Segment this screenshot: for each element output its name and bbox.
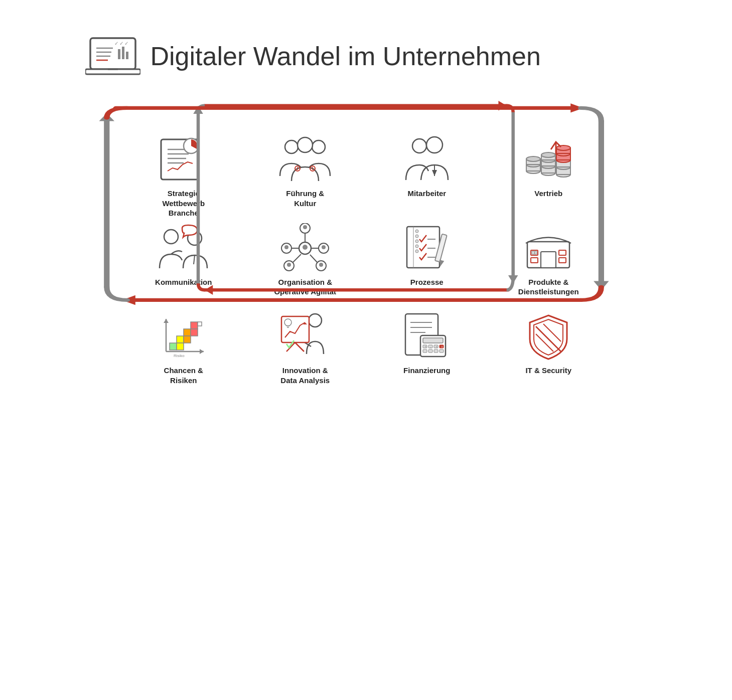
svg-rect-100 (191, 322, 198, 329)
svg-point-64 (284, 245, 288, 249)
svg-rect-101 (191, 329, 198, 336)
svg-point-68 (287, 263, 291, 267)
mitarbeiter-label: Mitarbeiter (407, 189, 446, 199)
item-it-security: IT & Security (490, 311, 607, 395)
item-strategie: StrategieWettbewerbBranche (125, 134, 242, 218)
svg-text:+: + (424, 345, 426, 348)
svg-point-110 (284, 319, 291, 326)
svg-point-60 (303, 245, 308, 250)
svg-point-74 (415, 235, 418, 238)
finanzierung-icon: + - × = (399, 311, 455, 362)
svg-marker-94 (164, 319, 169, 323)
header: ✓ ✓ ✓ Digitaler Wandel im Unternehmen (85, 34, 647, 79)
svg-point-30 (412, 139, 426, 153)
svg-rect-99 (184, 336, 191, 343)
innovation-label: Innovation &Data Analysis (280, 366, 330, 385)
organisation-label: Organisation &Operative Agilität (274, 277, 336, 297)
svg-point-75 (415, 240, 418, 243)
svg-point-38 (526, 156, 540, 161)
kommunikation-icon (156, 223, 211, 273)
svg-line-58 (194, 255, 195, 264)
grid-area: StrategieWettbewerbBranche (85, 94, 647, 440)
svg-rect-125 (434, 349, 438, 353)
svg-rect-84 (541, 252, 556, 268)
svg-rect-98 (184, 329, 191, 336)
item-fuehrung: Führung &Kultur (247, 134, 364, 218)
svg-marker-33 (432, 170, 437, 176)
svg-rect-123 (423, 349, 427, 353)
item-produkte: Produkte &Dienstleistungen (490, 223, 607, 307)
svg-rect-8 (118, 49, 120, 59)
it-security-icon (521, 311, 576, 362)
svg-line-108 (295, 342, 304, 352)
item-prozesse: Prozesse (369, 223, 486, 307)
main-container: ✓ ✓ ✓ Digitaler Wandel im Unternehmen (65, 24, 667, 676)
items-grid: StrategieWettbewerbBranche (85, 94, 647, 440)
svg-point-56 (164, 230, 178, 244)
svg-rect-0 (90, 38, 135, 69)
svg-point-104 (309, 314, 322, 327)
svg-rect-102 (198, 322, 202, 326)
svg-text:✓: ✓ (119, 41, 123, 46)
fuehrung-icon (277, 134, 333, 185)
produkte-label: Produkte &Dienstleistungen (518, 277, 579, 297)
svg-point-25 (298, 137, 313, 152)
svg-rect-9 (122, 47, 124, 59)
item-organisation: Organisation &Operative Agilität (247, 223, 364, 307)
svg-rect-87 (531, 258, 538, 263)
item-innovation: Innovation &Data Analysis (247, 311, 364, 395)
svg-point-62 (303, 225, 307, 229)
chancen-label: Chancen &Risiken (164, 366, 203, 385)
svg-point-76 (415, 245, 418, 248)
svg-point-45 (541, 152, 555, 157)
svg-rect-95 (170, 343, 177, 350)
svg-rect-124 (428, 349, 432, 353)
svg-point-24 (312, 140, 325, 153)
svg-point-66 (322, 245, 326, 249)
innovation-icon (277, 311, 333, 362)
svg-marker-93 (200, 349, 204, 354)
kommunikation-label: Kommunikation (155, 277, 212, 287)
item-finanzierung: + - × = Finanzierung (369, 311, 486, 395)
svg-rect-96 (177, 336, 184, 343)
chancen-icon: Risiko (156, 311, 211, 362)
svg-point-73 (415, 230, 418, 233)
svg-rect-71 (407, 227, 440, 268)
svg-point-31 (426, 137, 443, 153)
svg-rect-118 (423, 338, 443, 343)
laptop-icon: ✓ ✓ ✓ (85, 34, 140, 79)
svg-point-23 (285, 140, 298, 153)
prozesse-icon (399, 223, 455, 273)
fuehrung-label: Führung &Kultur (286, 189, 324, 208)
it-security-label: IT & Security (525, 366, 571, 376)
strategie-label: StrategieWettbewerbBranche (162, 189, 205, 218)
svg-rect-86 (559, 250, 566, 255)
svg-point-70 (319, 263, 323, 267)
produkte-icon (521, 223, 576, 273)
vertrieb-icon (521, 134, 576, 185)
svg-text:Risiko: Risiko (174, 354, 185, 358)
svg-rect-89 (532, 251, 534, 254)
svg-rect-90 (535, 251, 537, 254)
vertrieb-label: Vertrieb (534, 189, 562, 199)
svg-rect-126 (440, 349, 444, 353)
svg-point-54 (556, 145, 570, 150)
finanzierung-label: Finanzierung (403, 366, 450, 376)
svg-rect-10 (126, 52, 128, 59)
svg-rect-88 (559, 258, 566, 263)
svg-text:✓: ✓ (124, 41, 128, 46)
svg-text:=: = (441, 345, 443, 348)
item-chancen: Risiko Chancen &Risiken (125, 311, 242, 395)
svg-text:✓: ✓ (114, 41, 118, 46)
item-kommunikation: Kommunikation (125, 223, 242, 307)
svg-rect-97 (177, 343, 184, 350)
mitarbeiter-icon (399, 134, 455, 185)
svg-text:×: × (435, 345, 437, 348)
organisation-icon (277, 223, 333, 273)
svg-point-77 (415, 250, 418, 253)
prozesse-label: Prozesse (410, 277, 444, 287)
item-mitarbeiter: Mitarbeiter (369, 134, 486, 218)
page-title: Digitaler Wandel im Unternehmen (151, 42, 541, 71)
item-vertrieb: Vertrieb (490, 134, 607, 218)
strategie-icon (156, 134, 211, 185)
